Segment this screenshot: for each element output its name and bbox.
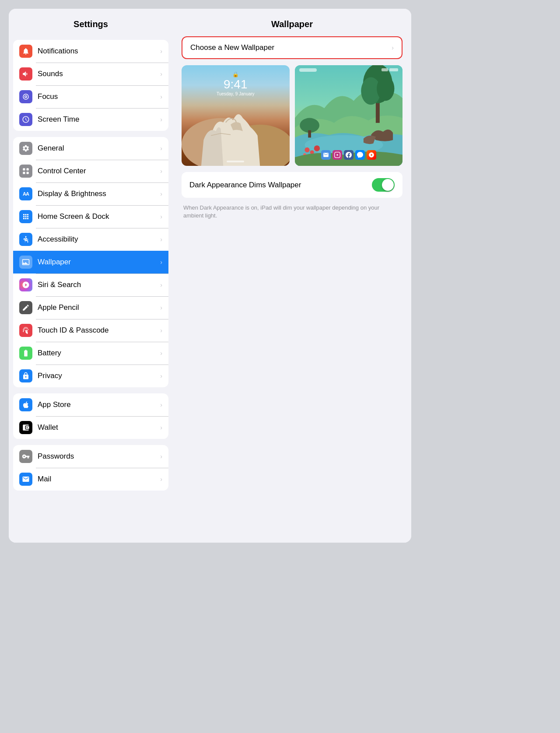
- wallet-icon: [19, 421, 32, 434]
- notifications-icon: [19, 45, 32, 58]
- screentime-chevron: ›: [160, 116, 162, 123]
- rock-formation-svg: [182, 101, 290, 166]
- sidebar-item-accessibility[interactable]: Accessibility ›: [13, 228, 168, 251]
- sidebar-item-controlcenter[interactable]: Control Center ›: [13, 160, 168, 182]
- sidebar-item-privacy[interactable]: Privacy ›: [13, 365, 168, 387]
- settings-group-3: App Store › Wallet ›: [13, 393, 168, 439]
- controlcenter-icon: [19, 165, 32, 178]
- touchid-label: Touch ID & Passcode: [38, 326, 160, 335]
- homescreen-label: Home Screen & Dock: [38, 212, 160, 221]
- dock-icon-mail: [321, 150, 331, 160]
- sidebar-item-notifications[interactable]: Notifications ›: [13, 40, 168, 63]
- mail-label: Mail: [38, 475, 160, 484]
- sidebar-item-general[interactable]: General ›: [13, 137, 168, 160]
- main-header: Wallpaper: [182, 16, 402, 36]
- svg-point-19: [336, 154, 338, 156]
- svg-rect-14: [308, 130, 311, 138]
- svg-point-17: [314, 145, 319, 151]
- status-bar: [295, 67, 403, 72]
- sidebar-item-touchid[interactable]: Touch ID & Passcode ›: [13, 319, 168, 342]
- lock-date: Tuesday, 9 January: [217, 91, 255, 96]
- mail-chevron: ›: [160, 476, 162, 483]
- status-left: [299, 68, 317, 72]
- dock-icon-instagram: [332, 150, 342, 160]
- wallet-chevron: ›: [160, 424, 162, 431]
- settings-group-1: Notifications › Sounds › Focus ›: [13, 40, 168, 131]
- settings-group-4: Passwords › Mail ›: [13, 445, 168, 491]
- choose-wallpaper-label: Choose a New Wallpaper: [190, 43, 392, 52]
- accessibility-label: Accessibility: [38, 235, 160, 244]
- sidebar-item-appstore[interactable]: App Store ›: [13, 393, 168, 416]
- appstore-chevron: ›: [160, 401, 162, 408]
- sidebar-item-homescreen[interactable]: Home Screen & Dock ›: [13, 205, 168, 228]
- svg-point-15: [304, 147, 309, 152]
- wifi-indicator: [382, 68, 388, 71]
- battery-indicator: [389, 68, 398, 71]
- dark-appearance-row: Dark Appearance Dims Wallpaper: [182, 172, 402, 198]
- homescreen-preview[interactable]: [295, 65, 403, 166]
- svg-point-12: [377, 76, 394, 101]
- accessibility-chevron: ›: [160, 236, 162, 243]
- privacy-chevron: ›: [160, 372, 162, 379]
- display-chevron: ›: [160, 190, 162, 197]
- svg-rect-0: [23, 168, 25, 170]
- sidebar-item-sounds[interactable]: Sounds ›: [13, 63, 168, 85]
- dock-icon-messenger: [355, 150, 365, 160]
- passwords-icon: [19, 450, 32, 463]
- sidebar-header: Settings: [13, 16, 168, 34]
- sidebar-item-mail[interactable]: Mail ›: [13, 468, 168, 491]
- sidebar-item-battery[interactable]: Battery ›: [13, 342, 168, 365]
- battery-label: Battery: [38, 349, 160, 358]
- lockscreen-preview[interactable]: 🔒 9:41 Tuesday, 9 January: [182, 65, 290, 166]
- sidebar-item-wallet[interactable]: Wallet ›: [13, 416, 168, 439]
- sounds-label: Sounds: [38, 70, 160, 78]
- accessibility-icon: [19, 233, 32, 246]
- display-label: Display & Brightness: [38, 189, 160, 198]
- dock-icon-app5: [367, 150, 376, 160]
- home-indicator: [227, 161, 244, 162]
- siri-chevron: ›: [160, 281, 162, 288]
- notifications-chevron: ›: [160, 48, 162, 55]
- wallpaper-previews: 🔒 9:41 Tuesday, 9 January: [182, 65, 402, 166]
- wallpaper-section: Choose a New Wallpaper › 🔒 9:41 Tuesday,…: [182, 36, 402, 220]
- sounds-icon: [19, 67, 32, 81]
- passwords-label: Passwords: [38, 452, 160, 461]
- choose-wallpaper-chevron: ›: [392, 44, 394, 51]
- sidebar: Settings Notifications › Sounds ›: [9, 9, 173, 543]
- svg-point-4: [25, 236, 27, 238]
- general-chevron: ›: [160, 145, 162, 152]
- homescreen-chevron: ›: [160, 213, 162, 220]
- privacy-icon: [19, 369, 32, 382]
- svg-rect-3: [27, 172, 29, 174]
- sidebar-item-screentime[interactable]: Screen Time ›: [13, 108, 168, 131]
- sidebar-item-wallpaper[interactable]: Wallpaper ›: [13, 251, 168, 274]
- appstore-label: App Store: [38, 400, 160, 409]
- battery-chevron: ›: [160, 350, 162, 357]
- lock-icon: 🔒: [232, 71, 239, 77]
- sidebar-item-display[interactable]: AA Display & Brightness ›: [13, 182, 168, 205]
- sidebar-item-focus[interactable]: Focus ›: [13, 85, 168, 108]
- focus-icon: [19, 90, 32, 103]
- notifications-label: Notifications: [38, 47, 160, 56]
- wallpaper-chevron: ›: [160, 259, 162, 266]
- applepencil-chevron: ›: [160, 304, 162, 311]
- sidebar-item-applepencil[interactable]: Apple Pencil ›: [13, 296, 168, 319]
- status-right: [382, 67, 398, 72]
- choose-wallpaper-row[interactable]: Choose a New Wallpaper ›: [182, 36, 402, 59]
- dark-appearance-toggle[interactable]: [372, 178, 395, 192]
- svg-rect-1: [27, 168, 29, 170]
- wallet-label: Wallet: [38, 423, 160, 432]
- sidebar-item-siri[interactable]: Siri & Search ›: [13, 274, 168, 296]
- dark-appearance-note: When Dark Appearance is on, iPad will di…: [182, 204, 402, 220]
- privacy-label: Privacy: [38, 372, 160, 380]
- settings-group-2: General › Control Center › AA Display & …: [13, 137, 168, 387]
- controlcenter-label: Control Center: [38, 167, 160, 175]
- homescreen-dock-icons: [321, 150, 376, 160]
- touchid-icon: [19, 324, 32, 337]
- sounds-chevron: ›: [160, 70, 162, 77]
- lockscreen-time-area: 🔒 9:41 Tuesday, 9 January: [182, 65, 290, 99]
- passwords-chevron: ›: [160, 453, 162, 460]
- controlcenter-chevron: ›: [160, 168, 162, 175]
- app-container: Settings Notifications › Sounds ›: [9, 9, 411, 543]
- sidebar-item-passwords[interactable]: Passwords ›: [13, 445, 168, 468]
